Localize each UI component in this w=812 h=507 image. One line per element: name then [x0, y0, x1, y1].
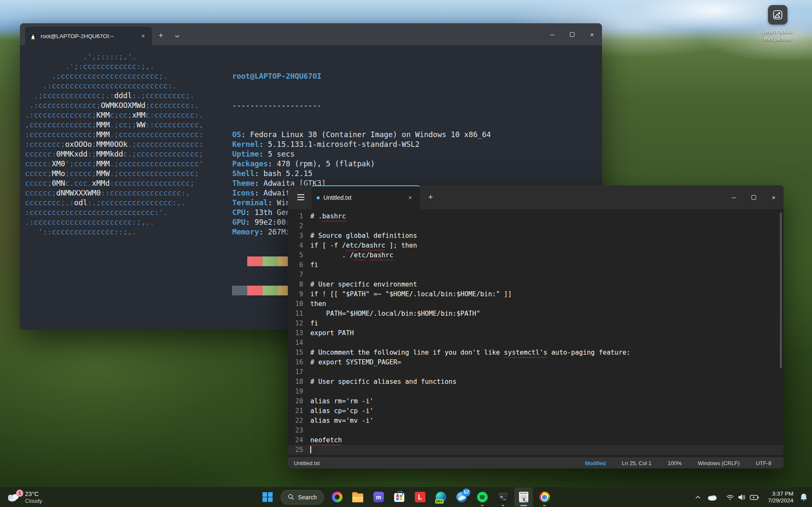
editor-line: 12fi [288, 319, 784, 328]
edge-dev-badge: DEV [435, 499, 444, 504]
neofetch-row: Uptime: 5 secs [232, 149, 495, 159]
editor-line: 7 [288, 270, 784, 280]
editor-line: 14 [288, 338, 784, 348]
maximize-icon [751, 195, 756, 200]
editor-line: 11 PATH="$HOME/.local/bin:$HOME/bin:$PAT… [288, 309, 784, 319]
editor-line: 22alias mv='mv -i' [288, 416, 784, 426]
neofetch-row: Shell: bash 5.2.15 [232, 169, 495, 179]
editor-line: 2 [288, 221, 784, 231]
file-explorer-icon [352, 493, 363, 502]
weather-condition: Cloudy [25, 498, 42, 504]
maximize-icon [570, 32, 574, 37]
status-encoding[interactable]: UTF-8 [748, 460, 779, 466]
notification-bell-icon[interactable] [800, 493, 808, 501]
notepad-maximize-button[interactable] [744, 185, 764, 209]
battery-charging-icon [750, 495, 759, 500]
learn-label-line1: Learn about [753, 28, 803, 35]
tray-chevron-up-icon[interactable] [695, 496, 701, 499]
editor-line: 20alias rm='rm -i' [288, 397, 784, 406]
notepad-tab[interactable]: Untitled.txt × [312, 185, 420, 209]
chrome-icon [539, 492, 550, 502]
edge-dev-icon: DEV [436, 492, 446, 502]
windows-logo-icon [262, 492, 272, 502]
learn-about-picture-widget[interactable]: Learn about this picture [753, 5, 803, 42]
taskbar-item-windows-terminal[interactable]: >_ [494, 488, 512, 507]
weather-temperature: 23°C [25, 490, 42, 498]
status-filename: Untitled.txt [294, 460, 320, 466]
taskbar-item-spotify[interactable] [473, 488, 492, 507]
editor-line: 6fi [288, 260, 784, 270]
l-app-icon: L [415, 492, 425, 502]
editor-line: 4if [ -f /etc/bashrc ]; then [288, 241, 784, 251]
notepad-editor[interactable]: 1# .bashrc23# Source global definitions4… [288, 209, 784, 457]
terminal-titlebar[interactable]: root@LAPTOP-2HQU67OI:~ × + ─ × [20, 23, 602, 45]
tray-quick-settings[interactable] [724, 492, 762, 502]
taskbar-item-thunderbird[interactable]: 57 [452, 488, 471, 507]
unsaved-changes-dot-icon [317, 196, 320, 199]
search-label: Search [298, 494, 317, 501]
notepad-icon: N_ [519, 492, 528, 502]
terminal-minimize-button[interactable]: ─ [542, 23, 562, 45]
onedrive-icon[interactable] [707, 494, 717, 501]
neofetch-row: Packages: 478 (rpm), 5 (flatpak) [232, 159, 495, 169]
editor-line: 13export PATH [288, 328, 784, 338]
text-cursor [310, 446, 311, 453]
status-cursor-position[interactable]: Ln 25, Col 1 [614, 460, 660, 466]
taskbar-item-mastodon[interactable]: m [369, 488, 388, 507]
microsoft-store-icon [394, 493, 404, 502]
hamburger-menu-icon[interactable] [292, 190, 309, 204]
search-box[interactable]: Search [281, 490, 324, 504]
editor-line: 25 [288, 445, 784, 455]
editor-line: 16# export SYSTEMD_PAGER= [288, 358, 784, 367]
notepad-minimize-button[interactable]: ─ [724, 185, 744, 209]
editor-line: 18# User specific aliases and functions [288, 377, 784, 387]
clock-date: 7/29/2024 [768, 497, 793, 504]
weather-alert-badge: 1 [16, 490, 23, 497]
weather-widget[interactable]: 1 23°C Cloudy [3, 487, 46, 507]
taskbar-item-copilot[interactable] [328, 488, 346, 507]
active-running-indicator [520, 505, 527, 506]
search-icon [288, 494, 294, 500]
editor-line: 9if ! [[ "$PATH" =~ "$HOME/.local/bin:$H… [288, 289, 784, 299]
status-line-endings[interactable]: Windows (CRLF) [690, 460, 748, 466]
tux-penguin-icon [29, 32, 37, 40]
terminal-tab[interactable]: root@LAPTOP-2HQU67OI:~ × [25, 27, 152, 45]
running-indicator [481, 505, 483, 506]
chevron-down-icon [175, 35, 180, 38]
terminal-maximize-button[interactable] [562, 23, 582, 45]
editor-line: 3# Source global definitions [288, 231, 784, 241]
running-indicator [543, 505, 546, 506]
neofetch-row: OS: Fedora Linux 38 (Container Image) on… [232, 130, 495, 140]
notepad-scrollbar-thumb[interactable] [780, 212, 782, 368]
taskbar-item-chrome[interactable] [535, 488, 554, 507]
terminal-tab-close-icon[interactable]: × [138, 31, 148, 41]
notepad-close-button[interactable]: × [764, 185, 784, 209]
status-zoom-level[interactable]: 100% [660, 460, 690, 466]
taskbar-item-l-app[interactable]: L [411, 488, 429, 507]
picture-icon[interactable] [768, 5, 787, 25]
tray-clock[interactable]: 3:37 PM 7/29/2024 [768, 490, 793, 504]
terminal-new-tab-button[interactable]: + [155, 30, 167, 42]
terminal-tab-title: root@LAPTOP-2HQU67OI:~ [41, 33, 135, 39]
taskbar-item-file-explorer[interactable] [348, 488, 367, 507]
terminal-close-button[interactable]: × [582, 23, 602, 45]
neofetch-title: root@LAPTOP-2HQU67OI [232, 72, 495, 81]
editor-line: 17 [288, 367, 784, 377]
notepad-titlebar[interactable]: Untitled.txt × + ─ × [288, 185, 784, 209]
notepad-tab-close-icon[interactable]: × [406, 193, 415, 202]
start-button[interactable] [258, 488, 277, 507]
notepad-window: Untitled.txt × + ─ × 1# .bashrc23# Sourc… [288, 185, 784, 468]
notepad-new-tab-button[interactable]: + [423, 190, 438, 204]
neofetch-row: Kernel: 5.15.133.1-microsoft-standard-WS… [232, 140, 495, 149]
taskbar-item-notepad[interactable]: N_ [514, 488, 533, 507]
editor-line: 21alias cp='cp -i' [288, 406, 784, 416]
taskbar-item-edge-dev[interactable]: DEV [431, 488, 450, 507]
notepad-tab-title: Untitled.txt [323, 194, 402, 201]
terminal-tab-dropdown-button[interactable] [171, 30, 183, 42]
running-indicator [502, 505, 504, 506]
mastodon-icon: m [373, 492, 384, 502]
taskbar-item-microsoft-store[interactable] [390, 488, 409, 507]
taskbar: 1 23°C Cloudy Search m L DEV [0, 487, 812, 507]
unread-mail-badge: 57 [462, 488, 470, 496]
copilot-icon [332, 492, 342, 502]
